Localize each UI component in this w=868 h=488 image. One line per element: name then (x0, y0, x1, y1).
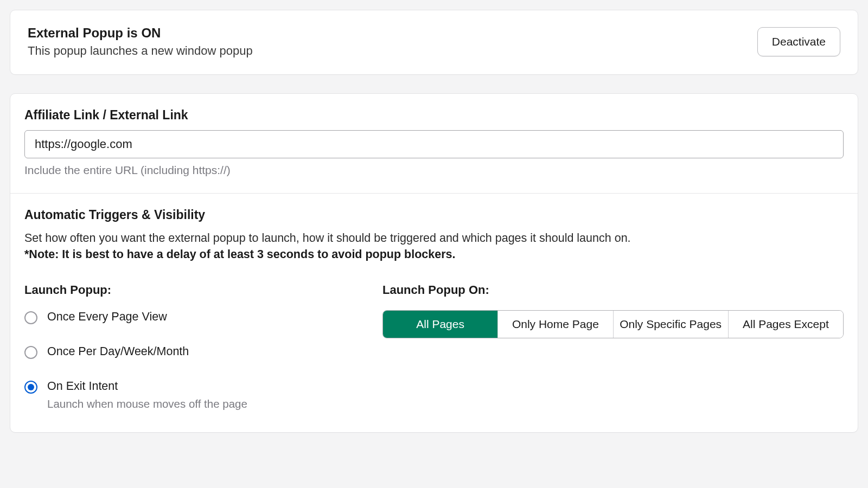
page-scope-segmented: All Pages Only Home Page Only Specific P… (382, 310, 844, 338)
radio-label: Once Per Day/Week/Month (47, 345, 189, 358)
launch-on-column: Launch Popup On: All Pages Only Home Pag… (382, 283, 844, 410)
status-subtitle: This popup launches a new window popup (28, 44, 253, 58)
triggers-heading: Automatic Triggers & Visibility (24, 208, 844, 222)
radio-hint: Launch when mouse moves off the page (47, 397, 247, 410)
deactivate-button[interactable]: Deactivate (757, 27, 840, 56)
radio-icon (24, 311, 37, 324)
link-section: Affiliate Link / External Link Include t… (10, 94, 858, 193)
segment-all-except[interactable]: All Pages Except (729, 311, 843, 338)
launch-popup-label: Launch Popup: (24, 283, 361, 297)
radio-icon (24, 346, 37, 359)
segment-all-pages[interactable]: All Pages (383, 311, 498, 338)
status-title: External Popup is ON (28, 25, 253, 41)
status-header: External Popup is ON This popup launches… (10, 10, 858, 74)
radio-label: Once Every Page View (47, 310, 167, 324)
triggers-section: Automatic Triggers & Visibility Set how … (10, 193, 858, 432)
link-heading: Affiliate Link / External Link (24, 108, 844, 123)
launch-popup-on-label: Launch Popup On: (382, 283, 844, 297)
triggers-note: *Note: It is best to have a delay of at … (24, 248, 844, 261)
settings-card: Affiliate Link / External Link Include t… (10, 93, 858, 433)
status-card: External Popup is ON This popup launches… (10, 10, 858, 75)
radio-label: On Exit Intent (47, 380, 247, 393)
segment-only-home[interactable]: Only Home Page (498, 311, 613, 338)
radio-once-every-page-view[interactable]: Once Every Page View (24, 310, 361, 324)
link-help-text: Include the entire URL (including https:… (24, 164, 844, 177)
radio-on-exit-intent[interactable]: On Exit Intent Launch when mouse moves o… (24, 380, 361, 410)
radio-icon (24, 381, 37, 394)
status-text-block: External Popup is ON This popup launches… (28, 25, 253, 58)
launch-frequency-column: Launch Popup: Once Every Page View Once … (24, 283, 361, 410)
radio-once-per-period[interactable]: Once Per Day/Week/Month (24, 345, 361, 359)
segment-only-specific[interactable]: Only Specific Pages (614, 311, 729, 338)
external-link-input[interactable] (24, 130, 844, 158)
triggers-columns: Launch Popup: Once Every Page View Once … (24, 283, 844, 410)
triggers-description: Set how often you want the external popu… (24, 230, 844, 247)
